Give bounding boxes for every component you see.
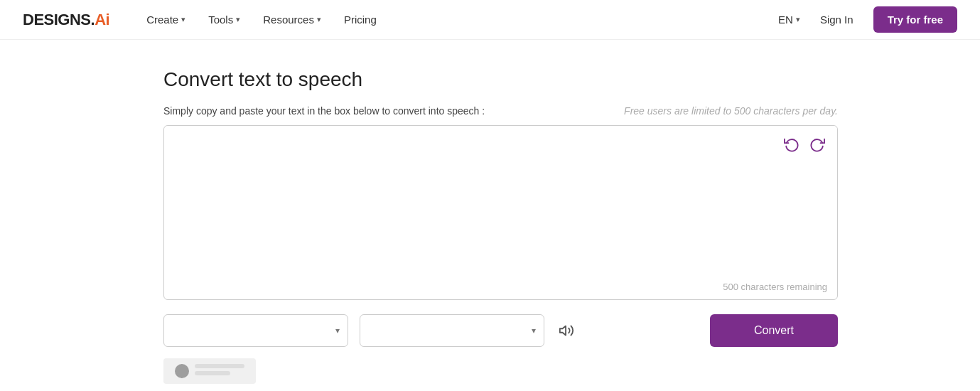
navbar: DESIGNS.Ai Create ▾ Tools ▾ Resources ▾ … [0,0,980,40]
try-free-button[interactable]: Try for free [873,6,957,33]
language-label: EN [778,14,793,26]
captcha-placeholder [163,358,256,384]
chevron-down-icon: ▾ [236,15,240,24]
page-title: Convert text to speech [163,68,838,91]
nav-pricing-label: Pricing [344,14,377,26]
convert-button[interactable]: Convert [710,314,838,347]
char-count: 500 characters remaining [723,282,827,292]
chevron-down-icon: ▾ [181,15,185,24]
main-content: Convert text to speech Simply copy and p… [0,40,980,391]
nav-create[interactable]: Create ▾ [138,9,194,30]
nav-tools-label: Tools [208,14,233,26]
volume-icon[interactable] [559,323,574,338]
textarea-wrapper: 500 characters remaining [163,125,838,300]
captcha-text [195,364,244,378]
nav-links: Create ▾ Tools ▾ Resources ▾ Pricing [138,9,778,30]
nav-resources-label: Resources [263,14,314,26]
nav-pricing[interactable]: Pricing [335,9,385,30]
logo-ai-text: Ai [95,11,109,29]
captcha-area [163,358,838,384]
bottom-row: ▾ ▾ Convert [163,314,838,347]
refresh-icon[interactable] [807,134,827,154]
captcha-line-1 [195,364,244,368]
language-selector[interactable]: EN ▾ [778,14,800,26]
voice-dropdown[interactable] [360,314,544,347]
svg-marker-0 [560,326,566,336]
text-input[interactable] [164,126,837,296]
captcha-line-2 [195,371,230,375]
chevron-down-icon: ▾ [796,15,800,24]
captcha-icon [175,364,189,378]
voice-dropdown-wrapper: ▾ [360,314,544,347]
logo-designs-text: DESIGNS. [23,11,95,29]
textarea-icons [782,134,827,154]
language-dropdown-wrapper: ▾ [163,314,348,347]
language-dropdown[interactable] [163,314,348,347]
history-icon[interactable] [782,134,802,154]
limit-text: Free users are limited to 500 characters… [624,105,838,117]
subtitle-text: Simply copy and paste your text in the b… [163,105,485,117]
nav-resources[interactable]: Resources ▾ [254,9,330,30]
nav-tools[interactable]: Tools ▾ [200,9,249,30]
subtitle-row: Simply copy and paste your text in the b… [163,105,838,117]
chevron-down-icon: ▾ [317,15,321,24]
nav-right: EN ▾ Sign In Try for free [778,6,957,33]
nav-create-label: Create [146,14,178,26]
sign-in-button[interactable]: Sign In [812,9,862,30]
logo[interactable]: DESIGNS.Ai [23,11,109,29]
